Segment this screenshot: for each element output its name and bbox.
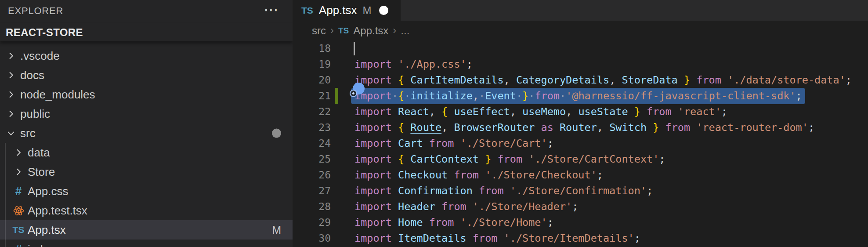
tree-item-label: .vscode [20,49,60,63]
code-line-22[interactable]: 22import React, { useEffect, useMemo, us… [293,104,868,120]
code-line-26[interactable]: 26import Checkout from './Store/Checkout… [293,167,868,183]
code-line-25[interactable]: 25import { CartContext } from './Store/C… [293,151,868,167]
more-actions-icon[interactable]: ⋯ [264,1,278,18]
folder-modified-dot-icon [272,129,281,138]
tab-filename: App.tsx [319,4,357,17]
tree-item-src[interactable]: src [0,123,293,143]
code-text: import './App.css'; [354,56,473,72]
tree-item-label: App.tsx [28,223,66,237]
line-number[interactable]: 22 [293,104,331,120]
code-text: import Checkout from './Store/Checkout'; [354,167,603,183]
code-line-21[interactable]: 21import·{·initialize,·Event·}·from·'@ha… [293,88,868,104]
code-text: import React, { useEffect, useMemo, useS… [354,104,727,120]
typescript-icon: TS [338,26,349,36]
code-line-19[interactable]: 19import './App.css'; [293,56,868,72]
typescript-icon: TS [12,223,25,236]
code-text: import·{·initialize,·Event·}·from·'@harn… [354,88,805,104]
breadcrumb-item-app-tsx[interactable]: App.tsx [353,25,388,37]
text-cursor [354,42,355,55]
tree-item-store[interactable]: Store [0,162,293,182]
tree-item-label: data [28,146,50,160]
tree-item-label: App.test.tsx [28,204,87,218]
line-number[interactable]: 25 [293,151,331,167]
line-number[interactable]: 30 [293,230,331,246]
tree-item-node-modules[interactable]: node_modules [0,85,293,104]
line-number[interactable]: 28 [293,199,331,214]
explorer-sidebar: EXPLORER ⋯ REACT-STORE .vscodedocsnode_m… [0,0,293,247]
explorer-title: EXPLORER [8,5,63,17]
code-line-23[interactable]: 23import { Route, BrowserRouter as Route… [293,120,868,135]
css-file-icon: # [12,185,25,198]
code-line-27[interactable]: 27import Confirmation from './Store/Conf… [293,183,868,199]
git-modified-badge: M [272,224,281,236]
tree-item-app-tsx[interactable]: TSApp.tsxM [0,220,293,240]
code-line-24[interactable]: 24import Cart from './Store/Cart'; [293,135,868,151]
breadcrumb-separator-icon: › [330,24,334,36]
breadcrumb-item-src[interactable]: src [312,25,326,37]
tree-item-label: public [20,107,50,121]
tab-git-modified-badge: M [363,4,372,17]
css-file-icon: # [12,243,25,247]
line-number[interactable]: 20 [293,72,331,88]
line-number[interactable]: 18 [293,40,331,56]
project-name: REACT-STORE [6,26,83,39]
line-number[interactable]: 29 [293,214,331,230]
tree-item-label: src [20,127,36,140]
project-section-header[interactable]: REACT-STORE [0,23,293,41]
tree-item--vscode[interactable]: .vscode [0,46,293,65]
tree-item-label: App.css [28,185,69,198]
line-number[interactable]: 19 [293,56,331,72]
code-line-28[interactable]: 28import Header from './Store/Header'; [293,199,868,214]
tree-item-label: node_modules [20,88,95,102]
tab-bar: TS App.tsx M [293,0,868,21]
breadcrumb: src›TSApp.tsx›... [293,21,868,40]
code-line-30[interactable]: 30import ItemDetails from './Store/ItemD… [293,230,868,246]
code-line-29[interactable]: 29import Home from './Store/Home'; [293,214,868,230]
tab-dirty-dot-icon[interactable] [379,6,388,15]
collab-cursor-badge-icon [350,90,357,97]
chevron-right-icon[interactable] [4,88,18,101]
tree-item-app-css[interactable]: #App.css [0,182,293,201]
tree-item-index-css[interactable]: #index.css [0,240,293,247]
line-number[interactable]: 27 [293,183,331,199]
file-tree: .vscodedocsnode_modulespublicsrcdataStor… [0,46,293,247]
editor-group: TS App.tsx M src›TSApp.tsx›... 1819impor… [293,0,868,247]
tree-item-app-test-tsx[interactable]: App.test.tsx [0,201,293,220]
code-text: import { Route, BrowserRouter as Router,… [354,120,814,135]
chevron-right-icon[interactable] [4,69,18,82]
tab-app-tsx[interactable]: TS App.tsx M [293,0,401,21]
line-number[interactable]: 26 [293,167,331,183]
line-number[interactable]: 24 [293,135,331,151]
selection-highlight: import·{·initialize,·Event·}·from·'@harn… [351,88,805,104]
tree-item-data[interactable]: data [0,143,293,162]
code-editor[interactable]: 1819import './App.css';20import { CartIt… [293,40,868,247]
chevron-right-icon[interactable] [12,165,25,178]
code-text: import Cart from './Store/Cart'; [354,135,553,151]
explorer-pane-header: EXPLORER ⋯ [0,0,293,22]
code-line-18[interactable]: 18 [293,40,868,56]
tree-item-label: index.css [28,243,75,247]
breadcrumb-separator-icon: › [393,24,396,36]
tree-item-label: Store [28,165,55,179]
chevron-down-icon[interactable] [4,127,18,140]
chevron-right-icon[interactable] [4,49,18,62]
line-number[interactable]: 23 [293,120,331,135]
code-text: import ItemDetails from './Store/ItemDet… [354,230,640,246]
code-lines: 1819import './App.css';20import { CartIt… [293,40,868,246]
code-text: import { CartContext } from './Store/Car… [354,151,665,167]
chevron-right-icon[interactable] [12,146,25,159]
tree-item-label: docs [20,69,44,82]
tree-item-public[interactable]: public [0,104,293,123]
git-modified-gutter-bar [335,88,338,104]
tree-item-docs[interactable]: docs [0,65,293,85]
code-text: import Confirmation from './Store/Confir… [354,183,653,199]
vscode-window: EXPLORER ⋯ REACT-STORE .vscodedocsnode_m… [0,0,868,247]
chevron-right-icon[interactable] [4,107,18,120]
code-line-20[interactable]: 20import { CartItemDetails, CategoryDeta… [293,72,868,88]
code-text: import Header from './Store/Header'; [354,199,578,214]
react-file-icon [12,204,25,217]
line-number[interactable]: 21 [293,88,331,104]
code-text: import { CartItemDetails, CategoryDetail… [354,72,852,88]
code-text: import Home from './Store/Home'; [354,214,553,230]
breadcrumb-item--[interactable]: ... [401,25,409,37]
